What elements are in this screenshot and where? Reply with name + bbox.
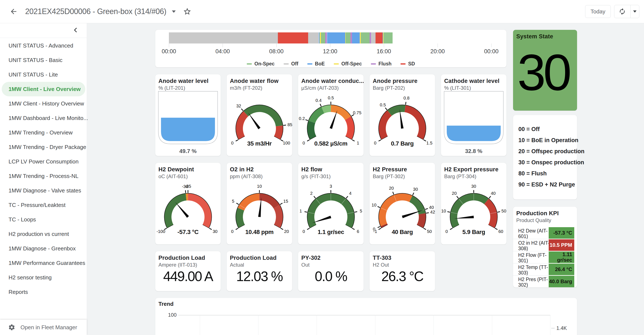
sidebar-item-label: 1MW Trending - Process-NL [8,173,78,179]
timeline-segment-onspec[interactable] [384,32,392,43]
timeline-segment-onspec[interactable] [321,32,325,43]
gauge-value: 5.9 Barg [462,229,485,235]
sidebar-item-1mw-trending-dryer-package[interactable]: 1MW Trending - Dryer Package [0,140,87,154]
gauge-tick [378,140,381,141]
sidebar-item-unit-status-basic[interactable]: UNIT STATUS - Basic [0,53,87,67]
gauge-band [188,193,212,228]
title-dropdown-caret-icon[interactable] [172,10,176,13]
timeline-tick [384,43,384,47]
timeline-segment-off[interactable] [371,32,376,43]
gauge-chart: 0510152010.48 ppm [227,163,292,244]
sidebar-item-1mw-diagnose-valve-states[interactable]: 1MW Diagnose - Valve states [0,183,87,198]
state-timeline-bar[interactable] [169,32,491,43]
refresh-button[interactable] [614,5,630,18]
sidebar-item-1mw-performance-guarantees[interactable]: 1MW Performance Guarantees [0,256,87,270]
timeline-segment-flush[interactable] [370,32,371,43]
legend-item-offspec[interactable]: Off-Spec [334,61,362,67]
gauge-tick-label: 2 [310,191,312,196]
legend-item-flush[interactable]: Flush [371,61,392,67]
sidebar-item-1mw-trending-overview[interactable]: 1MW Trending - Overview [0,125,87,140]
timeline-tick [438,43,438,47]
timeline-tick [491,43,492,47]
gauge-tick [314,196,316,198]
sidebar-item-label: H2 sensor testing [8,274,52,281]
system-state-title: System State [516,33,577,40]
trend-y-left-label: 100 [167,312,176,318]
refresh-split-button [614,5,639,18]
favorite-star-button[interactable] [183,7,192,16]
kpi-row: H2 Pres (PIT-302)40.0 Barg [513,275,577,288]
sidebar-item-1mw-client-history-overview[interactable]: 1MW Client - History Overview [0,96,87,111]
sidebar-item-1mw-client-live-overview[interactable]: 1MW Client - Live Overview [0,82,87,96]
sidebar-item-1mw-trending-process-nl[interactable]: 1MW Trending - Process-NL [0,169,87,183]
timeline-segment-boe[interactable] [327,32,346,43]
sidebar-item-reports[interactable]: Reports [0,285,87,299]
gauge-needle [248,112,260,129]
sidebar-item-label: 1MW Performance Guarantees [8,260,85,266]
legend-item-off[interactable]: Off [284,61,298,67]
timeline-segment-flush[interactable] [325,32,327,43]
today-button[interactable]: Today [585,5,611,18]
gauge-tick-label: 20 [389,186,394,191]
gauge-tick-label: 0.2 [299,116,305,121]
trend-gridline-v [492,315,492,335]
gauge-tick-label: 4 [349,191,352,196]
gauge-tick [413,193,414,195]
timeline-segment-flush[interactable] [350,32,352,43]
header-actions: Today [585,5,639,18]
legend-item-boe[interactable]: BoE [307,61,325,67]
timeline-axis-label: 12:00 [317,48,343,55]
gauge-value: 10.48 ppm [245,229,274,235]
gauge-tick [307,228,310,230]
gauge-chart: -1010203040425040 Barg [370,163,435,244]
timeline-legend: On-SpecOffBoEOff-SpecFlushSD [155,61,506,67]
timeline-segment-boe[interactable] [352,32,360,43]
state-code-row: 10 = BoE in Operation [518,137,578,144]
tank-value: 49.7 % [179,148,196,154]
gauge-tick [352,228,354,230]
sidebar-item-tc-pressure-leaktest[interactable]: TC - Pressure/Leaktest [0,198,87,212]
timeline-axis-label: 00:00 [478,48,504,55]
kpi-row-label: O2 in H2 (AIT-308) [518,240,550,252]
back-button[interactable] [10,7,18,16]
gauge-tick-label: 0.4 [316,98,322,103]
legend-item-sd[interactable]: SD [400,61,415,67]
gauge-tick [450,228,452,230]
timeline-segment-onspec[interactable] [361,32,370,43]
gauge-tick-label: 85 [288,122,292,127]
gauge-card-h2-export-pressure: H2 Export pressureBarg (PT-304)010203040… [441,163,506,244]
page-title[interactable]: 2021EX425D00006 - Green-box (314/#06) [25,7,166,16]
kpi-title: Production KPI [516,210,577,217]
sidebar-item-h2-sensor-testing[interactable]: H2 sensor testing [0,270,87,285]
sidebar-item-unit-status-advanced[interactable]: UNIT STATUS - Advanced [0,38,87,53]
open-in-fleet-manager[interactable]: Open in Fleet Manager [0,320,87,335]
sidebar-item-h2-production-vs-current[interactable]: H2 production vs current [0,227,87,241]
gauge-tick-label: -100 [156,229,165,234]
gauge-card-anode-water-conduc: Anode water conduc...µS/cm (AIT-203)00.2… [298,74,364,156]
timeline-segment-off[interactable] [308,32,319,43]
sidebar-item-tc-loops[interactable]: TC - Loops [0,212,87,227]
gauge-card-o2-in-h2: O2 in H2ppm (AIT-308)0510152010.48 ppm [227,163,292,244]
refresh-interval-dropdown[interactable] [630,5,639,18]
timeline-segment-sd[interactable] [376,32,382,43]
legend-label: Off [291,61,298,67]
sidebar-item-1mw-diagnose-greenbox[interactable]: 1MW Diagnose - Greenbox [0,241,87,256]
timeline-segment-sd[interactable] [278,32,308,43]
timeline-segment-off[interactable] [169,32,278,43]
system-state-value: 30 [517,47,569,98]
timeline-segment-onspec[interactable] [346,32,350,43]
kpi-row-value: 10.5 PPM [549,239,574,251]
gauge-tick-label: 0 [302,229,305,234]
legend-item-onspec[interactable]: On-Spec [247,61,275,67]
legend-label: On-Spec [254,61,275,67]
chevron-down-icon [633,10,636,12]
card-subtitle: Ampere (IIT-013) [158,262,221,268]
sidebar-collapse-button[interactable] [71,25,80,35]
gauge-tick [385,108,387,110]
kpi-row: H2 Dew (AIT-601)-57.3 °C [513,227,577,239]
gauge-band [484,199,498,228]
production-kpi-panel: Production KPI Product Quality H2 Dew (A… [513,207,577,288]
sidebar-item-lcp-lv-power-consumption[interactable]: LCP LV Power Consumption [0,154,87,169]
sidebar-item-1mw-dashboard-live-monito[interactable]: 1MW Dashboard - Live Monito... [0,111,87,125]
sidebar-item-unit-status-lite[interactable]: UNIT STATUS - Lite [0,67,87,82]
